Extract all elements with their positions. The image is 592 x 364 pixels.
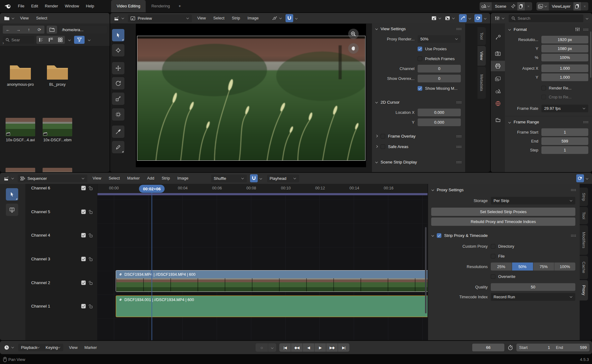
safe-areas-checkbox[interactable] — [381, 144, 385, 149]
panel-drag-icon[interactable] — [456, 101, 461, 103]
channel-visibility-checkbox[interactable] — [81, 304, 86, 308]
add-workspace-button[interactable]: + — [175, 0, 184, 12]
overlay-image-toggle-icon[interactable] — [444, 14, 457, 22]
lock-open-icon[interactable] — [89, 280, 93, 285]
list-item[interactable] — [40, 168, 75, 172]
channel-row[interactable]: Channel 5 — [25, 200, 97, 223]
auto-keying-record-button[interactable]: ○ — [256, 343, 268, 352]
cursor-location-y-field[interactable]: 0.000 — [418, 118, 461, 126]
pv-menu-select[interactable]: Select — [210, 13, 228, 23]
overlays-icon[interactable] — [576, 174, 584, 182]
editor-type-file-browser-icon[interactable] — [2, 14, 16, 22]
menu-window[interactable]: Window — [61, 1, 82, 11]
new-scene-copy-icon[interactable] — [517, 2, 525, 10]
lock-open-icon[interactable] — [89, 257, 93, 261]
new-viewlayer-copy-icon[interactable] — [573, 2, 581, 10]
overlays-icon[interactable] — [474, 14, 482, 22]
next-keyframe-button[interactable]: ▶◆ — [326, 343, 338, 352]
channel-visibility-checkbox[interactable] — [81, 280, 86, 285]
list-item[interactable]: anonymous-pro — [2, 63, 38, 87]
custom-file-checkbox[interactable] — [491, 254, 495, 259]
properties-filter-dropdown-icon[interactable] — [585, 14, 590, 22]
rotate-tool[interactable] — [112, 77, 124, 89]
viewlayer-name[interactable]: ViewLayer — [549, 4, 573, 9]
aspect-y-field[interactable]: 1.000 — [541, 73, 588, 81]
properties-scrollbar[interactable] — [590, 31, 591, 78]
gizmos-icon[interactable] — [459, 14, 467, 22]
tl-menu-marker[interactable]: Marker — [81, 342, 100, 353]
lock-open-icon[interactable] — [89, 233, 93, 238]
viewlayer-icon[interactable] — [536, 2, 549, 10]
blade-tool[interactable] — [6, 204, 18, 216]
timecode-index-dropdown[interactable]: Record Run — [491, 293, 575, 301]
select-box-tool[interactable] — [6, 188, 18, 201]
editor-type-timeline-icon[interactable] — [2, 344, 16, 352]
lock-open-icon[interactable] — [89, 304, 93, 308]
snap-mode-dropdown[interactable]: Shuffle — [211, 175, 247, 182]
seq-menu-view[interactable]: View — [89, 173, 105, 184]
menu-help[interactable]: Help — [82, 1, 98, 11]
tab-cache[interactable]: Cache — [580, 256, 588, 279]
scene-name[interactable]: Scene — [492, 4, 509, 9]
timeline-canvas[interactable]: 00:00 00:04 00:06 00:08 00:10 00:12 00:1… — [98, 184, 427, 340]
overlays-dropdown-icon[interactable] — [483, 14, 488, 22]
strip-proxy-panel-header[interactable]: Strip Proxy & Timecode — [428, 230, 580, 241]
current-frame-field[interactable]: 66 — [472, 344, 504, 351]
resolution-100-button[interactable]: 100% — [554, 263, 575, 271]
scene-selector[interactable]: Scene × — [480, 2, 532, 10]
scale-tool[interactable] — [112, 93, 124, 105]
panel-drag-icon[interactable] — [456, 135, 461, 137]
collection-properties-tab[interactable] — [491, 114, 505, 125]
refresh-icon[interactable]: ⟳ — [34, 26, 44, 34]
tab-tool[interactable]: Tool — [477, 27, 486, 45]
tab-metadata[interactable]: Metadata — [477, 67, 486, 99]
strip-proxy-checkbox[interactable] — [437, 233, 441, 238]
video-strip[interactable]: DSCF1934.MP4 | //DSCF1934.MP4 | 600 — [116, 270, 427, 292]
resolution-percent-slider[interactable]: 100% — [541, 54, 588, 61]
jump-to-end-button[interactable]: ▶| — [338, 343, 349, 352]
pin-icon[interactable] — [509, 4, 517, 8]
seq-menu-image[interactable]: Image — [174, 173, 192, 184]
seq-menu-select[interactable]: Select — [105, 173, 123, 184]
frame-range-panel-header[interactable]: Frame Range — [505, 116, 592, 128]
render-region-checkbox[interactable] — [541, 86, 546, 90]
playback-menu[interactable]: Playback — [18, 344, 43, 351]
crop-to-region-checkbox[interactable] — [541, 95, 546, 99]
list-item[interactable]: 10x-DSCF...ebm — [40, 118, 75, 143]
timeline-scrollbar[interactable] — [425, 227, 427, 313]
audio-strip[interactable]: DSCF1934.001 | //DSCF1934.MP4 | 600 — [116, 296, 427, 317]
frame-start-field[interactable]: 1 — [541, 128, 588, 136]
panel-drag-icon[interactable] — [583, 121, 588, 123]
tab-strip[interactable]: Strip — [580, 188, 588, 206]
lock-open-icon[interactable] — [89, 209, 93, 214]
pivot-point-icon[interactable] — [271, 14, 284, 22]
annotate-tool[interactable] — [112, 141, 124, 153]
fb-menu-select[interactable]: Select — [33, 13, 51, 23]
tab-proxy[interactable]: Proxy — [580, 280, 588, 300]
snap-settings-dropdown-icon[interactable] — [294, 14, 299, 22]
stopwatch-icon[interactable] — [506, 344, 515, 352]
list-item[interactable]: BL_proxy — [40, 63, 75, 87]
vertical-list-display-icon[interactable] — [36, 36, 46, 44]
preview-canvas[interactable] — [136, 24, 366, 167]
back-icon[interactable]: ← — [3, 26, 13, 34]
workspace-tab-rendering[interactable]: Rendering — [146, 0, 175, 12]
keying-menu[interactable]: Keying — [43, 344, 63, 351]
resolution-75-button[interactable]: 75% — [533, 263, 554, 271]
storage-dropdown[interactable]: Per Strip — [491, 197, 575, 205]
seq-menu-marker[interactable]: Marker — [124, 173, 143, 184]
select-box-tool[interactable] — [112, 29, 124, 41]
resolution-50-button[interactable]: 50% — [512, 263, 533, 271]
frame-step-field[interactable]: 1 — [541, 146, 588, 154]
properties-search-input[interactable]: Search — [509, 14, 583, 22]
format-panel-header[interactable]: Format — [505, 23, 592, 35]
panel-drag-icon[interactable] — [456, 28, 461, 30]
play-reverse-button[interactable]: ◀ — [303, 343, 314, 352]
use-proxies-checkbox[interactable] — [418, 47, 422, 51]
fb-menu-view[interactable]: View — [17, 13, 32, 23]
channel-visibility-checkbox[interactable] — [81, 186, 86, 190]
tab-tool[interactable]: Tool — [580, 207, 588, 224]
list-item[interactable] — [2, 168, 38, 172]
rebuild-proxy-button[interactable]: Rebuild Proxy and Timecode Indices — [431, 217, 575, 226]
pv-menu-view[interactable]: View — [194, 13, 209, 23]
